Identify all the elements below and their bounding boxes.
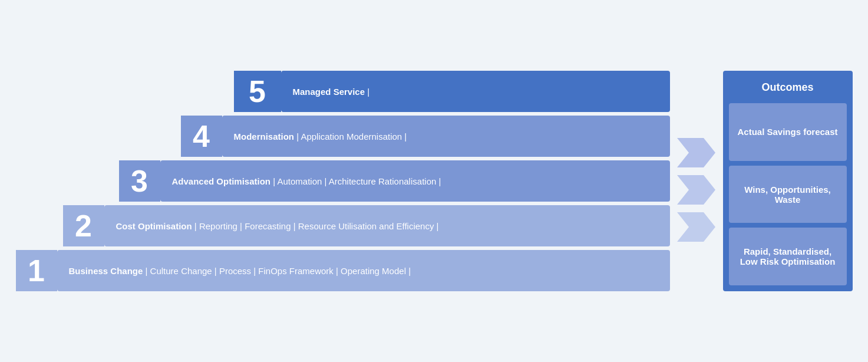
svg-marker-1: [677, 175, 715, 205]
step-title-1: Business Change: [69, 266, 143, 276]
step-title-2: Cost Optimisation: [116, 221, 192, 231]
stair-row-3: 3 Advanced Optimisation | Automation | A…: [119, 160, 670, 202]
arrow-3: [676, 211, 717, 243]
step-number-3: 3: [119, 160, 160, 202]
stair-row-4: 4 Modernisation | Application Modernisat…: [181, 116, 670, 157]
step-extra-5: |: [365, 87, 369, 97]
stair-row-1: 1 Business Change | Culture Change | Pro…: [16, 250, 670, 291]
outcome-card-1: Actual Savings forecast: [729, 103, 847, 161]
svg-marker-2: [677, 212, 715, 242]
arrow-1: [676, 137, 717, 169]
step-title-3: Advanced Optimisation: [172, 176, 271, 186]
step-number-4: 4: [181, 116, 222, 157]
svg-marker-0: [677, 138, 715, 167]
step-extra-3: | Automation | Architecture Rationalisat…: [270, 176, 441, 186]
stair-row-5: 5 Managed Service |: [234, 71, 670, 112]
outcome-card-3: Rapid, Standardised, Low Risk Optimisati…: [729, 228, 847, 285]
step-box-4: Modernisation | Application Modernisatio…: [222, 116, 670, 157]
step-title-5: Managed Service: [293, 87, 365, 97]
stair-row-2: 2 Cost Optimisation | Reporting | Foreca…: [63, 205, 670, 246]
arrow-2: [676, 174, 717, 206]
main-container: 5 Managed Service | 4 Modernisation | Ap…: [16, 71, 853, 291]
step-box-3: Advanced Optimisation | Automation | Arc…: [160, 160, 670, 202]
staircase: 5 Managed Service | 4 Modernisation | Ap…: [16, 71, 670, 291]
step-number-5: 5: [234, 71, 281, 112]
step-box-5: Managed Service |: [281, 71, 670, 112]
step-title-4: Modernisation: [234, 131, 295, 141]
step-box-1: Business Change | Culture Change | Proce…: [57, 250, 670, 291]
step-box-2: Cost Optimisation | Reporting | Forecast…: [104, 205, 670, 246]
arrows-section: [676, 71, 717, 291]
outcomes-panel: Outcomes Actual Savings forecast Wins, O…: [723, 71, 853, 291]
step-number-1: 1: [16, 250, 57, 291]
step-extra-4: | Application Modernisation |: [294, 131, 407, 141]
outcome-card-2: Wins, Opportunities, Waste: [729, 166, 847, 223]
outcomes-title: Outcomes: [729, 77, 847, 98]
step-extra-2: | Reporting | Forecasting | Resource Uti…: [192, 221, 439, 231]
step-number-2: 2: [63, 205, 104, 246]
step-extra-1: | Culture Change | Process | FinOps Fram…: [143, 266, 411, 276]
